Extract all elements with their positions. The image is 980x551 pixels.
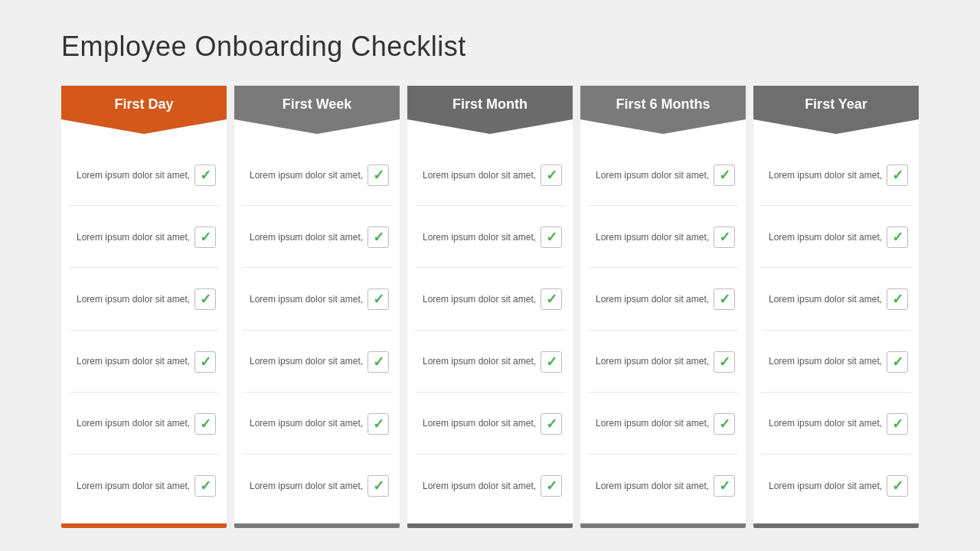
column-footer-first-month: [407, 523, 573, 528]
checkbox[interactable]: ✓: [714, 227, 735, 248]
list-item: Lorem ipsum dolor sit amet,✓: [415, 332, 565, 393]
checkbox[interactable]: ✓: [541, 227, 562, 248]
item-text: Lorem ipsum dolor sit amet,: [77, 480, 190, 493]
column-first-month: First MonthLorem ipsum dolor sit amet,✓L…: [407, 86, 573, 528]
list-item: Lorem ipsum dolor sit amet,✓: [761, 394, 911, 455]
checkbox[interactable]: ✓: [368, 413, 389, 435]
list-item: Lorem ipsum dolor sit amet,✓: [415, 269, 565, 330]
item-text: Lorem ipsum dolor sit amet,: [423, 231, 536, 244]
checkbox[interactable]: ✓: [887, 351, 908, 373]
checkbox[interactable]: ✓: [368, 289, 389, 310]
item-text: Lorem ipsum dolor sit amet,: [423, 417, 536, 430]
checkmark-icon: ✓: [200, 168, 211, 182]
list-item: Lorem ipsum dolor sit amet,✓: [415, 145, 565, 206]
checkmark-icon: ✓: [719, 230, 730, 244]
checkbox[interactable]: ✓: [194, 413, 216, 435]
list-item: Lorem ipsum dolor sit amet,✓: [415, 456, 565, 516]
column-first-week: First WeekLorem ipsum dolor sit amet,✓Lo…: [234, 86, 400, 528]
checkmark-icon: ✓: [892, 355, 903, 369]
list-item: Lorem ipsum dolor sit amet,✓: [588, 456, 738, 516]
checkbox[interactable]: ✓: [368, 227, 389, 248]
item-text: Lorem ipsum dolor sit amet,: [596, 231, 709, 244]
checkbox[interactable]: ✓: [887, 413, 908, 435]
item-text: Lorem ipsum dolor sit amet,: [596, 417, 709, 430]
list-item: Lorem ipsum dolor sit amet,✓: [242, 332, 392, 393]
checkmark-icon: ✓: [546, 479, 557, 493]
checkbox[interactable]: ✓: [368, 351, 389, 373]
list-item: Lorem ipsum dolor sit amet,✓: [761, 269, 911, 330]
checkmark-icon: ✓: [892, 168, 903, 182]
checkbox[interactable]: ✓: [541, 165, 562, 186]
list-item: Lorem ipsum dolor sit amet,✓: [69, 207, 219, 268]
list-item: Lorem ipsum dolor sit amet,✓: [588, 332, 738, 393]
list-item: Lorem ipsum dolor sit amet,✓: [761, 207, 911, 268]
checkbox[interactable]: ✓: [887, 475, 908, 497]
list-item: Lorem ipsum dolor sit amet,✓: [242, 456, 392, 516]
item-text: Lorem ipsum dolor sit amet,: [250, 480, 363, 493]
checkbox[interactable]: ✓: [714, 475, 735, 497]
column-first-year: First YearLorem ipsum dolor sit amet,✓Lo…: [753, 86, 919, 528]
list-item: Lorem ipsum dolor sit amet,✓: [761, 332, 911, 393]
checkmark-icon: ✓: [200, 230, 211, 244]
checkbox[interactable]: ✓: [194, 475, 216, 497]
checkmark-icon: ✓: [719, 355, 730, 369]
column-body-first-week: Lorem ipsum dolor sit amet,✓Lorem ipsum …: [234, 130, 400, 523]
checkmark-icon: ✓: [892, 292, 903, 306]
checkbox[interactable]: ✓: [714, 289, 735, 310]
checkbox[interactable]: ✓: [541, 351, 562, 373]
list-item: Lorem ipsum dolor sit amet,✓: [69, 145, 219, 206]
list-item: Lorem ipsum dolor sit amet,✓: [242, 145, 392, 206]
item-text: Lorem ipsum dolor sit amet,: [769, 355, 882, 368]
checkbox[interactable]: ✓: [714, 165, 735, 186]
item-text: Lorem ipsum dolor sit amet,: [423, 169, 536, 182]
column-footer-first-week: [234, 523, 400, 528]
checkbox[interactable]: ✓: [887, 227, 908, 248]
item-text: Lorem ipsum dolor sit amet,: [769, 293, 882, 306]
checkmark-icon: ✓: [892, 230, 903, 244]
checkbox[interactable]: ✓: [541, 475, 562, 497]
column-header-first-6-months: First 6 Months: [580, 86, 746, 134]
list-item: Lorem ipsum dolor sit amet,✓: [415, 207, 565, 268]
item-text: Lorem ipsum dolor sit amet,: [77, 231, 190, 244]
checkmark-icon: ✓: [892, 417, 903, 431]
item-text: Lorem ipsum dolor sit amet,: [769, 417, 882, 430]
checkbox[interactable]: ✓: [194, 227, 216, 248]
item-text: Lorem ipsum dolor sit amet,: [596, 355, 709, 368]
checkmark-icon: ✓: [373, 168, 384, 182]
item-text: Lorem ipsum dolor sit amet,: [77, 293, 190, 306]
item-text: Lorem ipsum dolor sit amet,: [250, 355, 363, 368]
checkbox[interactable]: ✓: [714, 413, 735, 435]
checkbox[interactable]: ✓: [194, 165, 216, 186]
list-item: Lorem ipsum dolor sit amet,✓: [761, 145, 911, 206]
checkbox[interactable]: ✓: [887, 289, 908, 310]
checkmark-icon: ✓: [200, 355, 211, 369]
checkbox[interactable]: ✓: [541, 289, 562, 310]
checkmark-icon: ✓: [373, 355, 384, 369]
item-text: Lorem ipsum dolor sit amet,: [596, 480, 709, 493]
item-text: Lorem ipsum dolor sit amet,: [77, 355, 190, 368]
checkmark-icon: ✓: [719, 292, 730, 306]
list-item: Lorem ipsum dolor sit amet,✓: [588, 394, 738, 455]
checkbox[interactable]: ✓: [541, 413, 562, 435]
checkbox[interactable]: ✓: [368, 165, 389, 186]
checkbox[interactable]: ✓: [368, 475, 389, 497]
list-item: Lorem ipsum dolor sit amet,✓: [761, 456, 911, 516]
column-header-first-month: First Month: [407, 86, 573, 134]
checkbox[interactable]: ✓: [887, 165, 908, 186]
item-text: Lorem ipsum dolor sit amet,: [250, 293, 363, 306]
checkmark-icon: ✓: [373, 230, 384, 244]
column-body-first-6-months: Lorem ipsum dolor sit amet,✓Lorem ipsum …: [580, 130, 746, 523]
checkmark-icon: ✓: [546, 168, 557, 182]
list-item: Lorem ipsum dolor sit amet,✓: [588, 145, 738, 206]
item-text: Lorem ipsum dolor sit amet,: [77, 417, 190, 430]
checkmark-icon: ✓: [546, 355, 557, 369]
checkmark-icon: ✓: [373, 417, 384, 431]
checkbox[interactable]: ✓: [194, 289, 216, 310]
checkbox[interactable]: ✓: [194, 351, 216, 373]
column-body-first-month: Lorem ipsum dolor sit amet,✓Lorem ipsum …: [407, 130, 573, 523]
checkmark-icon: ✓: [546, 417, 557, 431]
column-footer-first-year: [753, 523, 919, 528]
checkbox[interactable]: ✓: [714, 351, 735, 373]
page-title: Employee Onboarding Checklist: [61, 31, 919, 63]
list-item: Lorem ipsum dolor sit amet,✓: [242, 207, 392, 268]
